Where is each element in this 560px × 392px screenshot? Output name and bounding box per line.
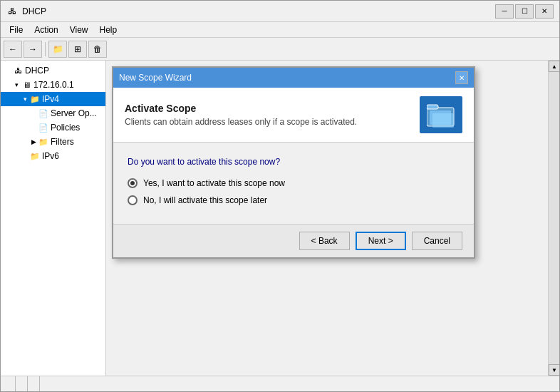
- minimize-button[interactable]: ─: [495, 4, 514, 19]
- ipv6-icon: 📁: [29, 150, 41, 162]
- toolbar-separator: [45, 42, 46, 56]
- ipv6-label: IPv6: [42, 151, 59, 161]
- expand-server: ▾: [12, 81, 21, 88]
- left-panel: 🖧 DHCP ▾ 🖥 172.16.0.1 ▾ 📁 IPv4 📄 Server …: [1, 61, 106, 376]
- menu-file[interactable]: File: [4, 24, 28, 36]
- title-bar-controls: ─ ☐ ✕: [495, 4, 554, 19]
- new-scope-wizard-dialog: New Scope Wizard ✕ Activate Scope Client…: [112, 66, 475, 259]
- tree-item-ipv6[interactable]: 📁 IPv6: [1, 149, 105, 163]
- radio-yes-circle: [128, 178, 138, 188]
- radio-no-label: No, I will activate this scope later: [143, 195, 267, 205]
- next-dialog-button[interactable]: Next >: [356, 232, 406, 250]
- radio-yes-label: Yes, I want to activate this scope now: [143, 178, 285, 188]
- policies-label: Policies: [51, 123, 80, 133]
- app-icon: 🖧: [6, 6, 18, 17]
- dialog-title: New Scope Wizard: [119, 73, 455, 83]
- dhcp-icon: 🖧: [12, 65, 24, 76]
- toolbar: ← → 📁 ⊞ 🗑: [1, 38, 559, 61]
- dialog-header-subtitle: Clients can obtain address leases only i…: [125, 117, 411, 127]
- policies-icon: 📄: [38, 122, 49, 133]
- dialog-title-bar: New Scope Wizard ✕: [113, 68, 474, 88]
- close-button[interactable]: ✕: [535, 4, 554, 19]
- scope-icon: [420, 96, 462, 133]
- tree-item-policies[interactable]: 📄 Policies: [1, 120, 105, 135]
- dialog-body: Do you want to activate this scope now? …: [113, 143, 474, 224]
- server-label: 172.16.0.1: [33, 80, 74, 90]
- cancel-dialog-button[interactable]: Cancel: [412, 232, 462, 250]
- menu-help[interactable]: Help: [94, 24, 123, 36]
- back-button[interactable]: ←: [4, 41, 22, 58]
- delete-button[interactable]: 🗑: [88, 41, 107, 58]
- back-dialog-button[interactable]: < Back: [299, 232, 350, 250]
- dialog-question: Do you want to activate this scope now?: [128, 157, 460, 167]
- svg-rect-3: [432, 113, 454, 128]
- tree-item-server[interactable]: ▾ 🖥 172.16.0.1: [1, 78, 105, 92]
- expand-filters: ▶: [29, 138, 38, 145]
- maximize-button[interactable]: ☐: [515, 4, 534, 19]
- filters-label: Filters: [51, 137, 74, 147]
- menu-action[interactable]: Action: [28, 24, 63, 36]
- content-area: 🖧 DHCP ▾ 🖥 172.16.0.1 ▾ 📁 IPv4 📄 Server …: [1, 61, 559, 376]
- tree-item-filters[interactable]: ▶ 📁 Filters: [1, 135, 105, 149]
- status-bar: [1, 376, 559, 391]
- tree-item-dhcp[interactable]: 🖧 DHCP: [1, 63, 105, 78]
- status-section-3: [28, 376, 40, 391]
- tree-item-server-opt[interactable]: 📄 Server Op...: [1, 106, 105, 120]
- server-opt-icon: 📄: [38, 108, 49, 119]
- right-panel: ▲ ▼ New Scope Wizard ✕ Activate Sc: [106, 61, 559, 376]
- server-icon: 🖥: [21, 79, 32, 91]
- dialog-overlay: New Scope Wizard ✕ Activate Scope Client…: [106, 61, 559, 376]
- ipv4-icon: 📁: [29, 93, 41, 105]
- dhcp-label: DHCP: [25, 66, 49, 76]
- menu-bar: File Action View Help: [1, 22, 559, 38]
- dialog-header: Activate Scope Clients can obtain addres…: [113, 88, 474, 143]
- ipv4-label: IPv4: [42, 94, 59, 104]
- window-title: DHCP: [22, 6, 495, 16]
- title-bar: 🖧 DHCP ─ ☐ ✕: [1, 1, 559, 22]
- grid-button[interactable]: ⊞: [68, 41, 87, 58]
- dialog-header-text: Activate Scope Clients can obtain addres…: [125, 103, 411, 127]
- main-window: 🖧 DHCP ─ ☐ ✕ File Action View Help ← → 📁…: [0, 0, 560, 392]
- server-opt-label: Server Op...: [51, 108, 97, 118]
- menu-view[interactable]: View: [64, 24, 94, 36]
- tree-item-ipv4[interactable]: ▾ 📁 IPv4: [1, 92, 105, 106]
- folder-button[interactable]: 📁: [48, 41, 67, 58]
- svg-rect-1: [427, 105, 438, 109]
- forward-button[interactable]: →: [24, 41, 42, 58]
- filters-icon: 📁: [38, 136, 49, 148]
- dialog-footer: < Back Next > Cancel: [113, 224, 474, 257]
- expand-ipv4: ▾: [21, 96, 29, 103]
- radio-option-no[interactable]: No, I will activate this scope later: [128, 195, 460, 205]
- status-section-1: [4, 376, 16, 391]
- radio-no-circle: [128, 195, 138, 205]
- dialog-header-title: Activate Scope: [125, 103, 411, 114]
- status-section-2: [16, 376, 28, 391]
- radio-option-yes[interactable]: Yes, I want to activate this scope now: [128, 178, 460, 188]
- dialog-close-button[interactable]: ✕: [455, 71, 468, 84]
